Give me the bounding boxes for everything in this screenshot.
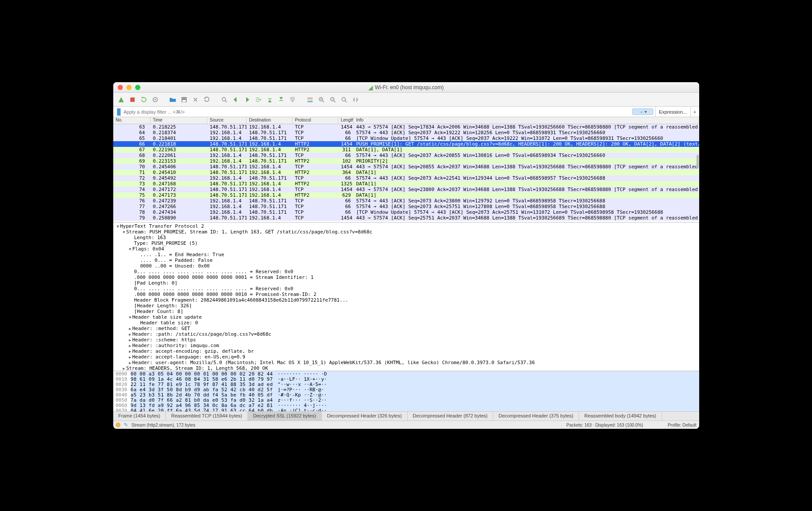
hex-row[interactable]: 00507a da d0 7f 66 a2 81 b0 da e0 53 fa …: [113, 397, 699, 403]
packet-row[interactable]: 740.247172148.70.51.171192.168.1.4TCP145…: [113, 187, 699, 192]
flag-end-headers[interactable]: .... .1.. = End Headers: True: [140, 252, 224, 257]
header-block-fragment[interactable]: Header Block Fragment: 2082449861091a4c4…: [134, 297, 348, 303]
close-capture-icon[interactable]: [190, 94, 201, 105]
col-destination[interactable]: Destination: [247, 117, 293, 124]
packet-row[interactable]: 690.223153192.168.1.4148.70.51.171HTTP21…: [113, 158, 699, 164]
header-path[interactable]: Header: :path: /static/css/page/blog.css…: [132, 331, 272, 337]
minimize-button[interactable]: [126, 85, 132, 90]
hex-row[interactable]: 002022 11 fe 77 81 e9 1c 78 9f 87 41 88 …: [113, 382, 699, 387]
scrollbar[interactable]: [697, 155, 699, 168]
byte-view-tab[interactable]: Decompressed Header (375 bytes): [493, 412, 579, 421]
bookmark-icon[interactable]: ▕▋: [113, 108, 122, 115]
goto-first-icon[interactable]: [265, 94, 275, 105]
packet-list[interactable]: 630.218225148.70.51.171192.168.1.4TCP145…: [113, 124, 699, 222]
open-icon[interactable]: [167, 94, 178, 105]
byte-view-tab[interactable]: Decompressed Header (872 bytes): [408, 412, 493, 421]
hex-row[interactable]: 007004 41 6e 20 ff 6a 43 5d 74 17 91 63 …: [113, 408, 699, 411]
packet-details[interactable]: ▼HyperText Transfer Protocol 2 ▼Stream: …: [113, 222, 699, 371]
stream-id-field[interactable]: .000 0000 0000 0000 0000 0000 0000 0001 …: [134, 275, 314, 280]
display-filter-input[interactable]: [122, 109, 633, 115]
go-forward-icon[interactable]: [242, 94, 252, 105]
col-length[interactable]: Length: [338, 117, 354, 124]
expert-info-icon[interactable]: [116, 423, 120, 427]
header-method[interactable]: Header: :method: GET: [132, 326, 190, 331]
find-icon[interactable]: [219, 94, 230, 105]
flags-node[interactable]: Flags: 0x04: [132, 246, 164, 252]
packet-row[interactable]: 720.245492192.168.1.4148.70.51.171TCP665…: [113, 175, 699, 181]
start-capture-icon[interactable]: [116, 94, 126, 105]
packet-row[interactable]: 700.245406148.70.51.171192.168.1.4TCP145…: [113, 164, 699, 170]
packet-row[interactable]: 770.247266192.168.1.4148.70.51.171TCP665…: [113, 204, 699, 209]
packet-row[interactable]: 780.247434192.168.1.4148.70.51.171TCP66[…: [113, 209, 699, 215]
hex-row[interactable]: 00306a e4 3d 3f 50 8d b9 d9 ab fa 52 42 …: [113, 387, 699, 392]
stream-headers-node[interactable]: Stream: HEADERS, Stream ID: 1, Length 56…: [126, 365, 268, 371]
stop-capture-icon[interactable]: [127, 94, 138, 105]
expression-button[interactable]: Expression...: [655, 107, 690, 117]
col-time[interactable]: Time: [150, 117, 207, 124]
zoom-out-icon[interactable]: [328, 94, 338, 105]
zoom-in-icon[interactable]: [316, 94, 327, 105]
byte-view-tab[interactable]: Reassembled TCP (15944 bytes): [166, 412, 247, 421]
byte-view-tab[interactable]: Reassembled body (14942 bytes): [579, 412, 662, 421]
colorize-icon[interactable]: [305, 94, 315, 105]
goto-packet-icon[interactable]: [253, 94, 264, 105]
save-icon[interactable]: [179, 94, 189, 105]
zoom-button[interactable]: [135, 85, 140, 90]
wiki-icon[interactable]: ✎: [124, 422, 128, 428]
header-table-size[interactable]: Header table size: 0: [140, 320, 198, 326]
packet-row[interactable]: 760.247239192.168.1.4148.70.51.171TCP665…: [113, 198, 699, 204]
resize-columns-icon[interactable]: [350, 94, 361, 105]
col-protocol[interactable]: Protocol: [293, 117, 338, 124]
packet-bytes[interactable]: 000000 00 a3 05 04 00 00 00 01 00 00 00 …: [113, 371, 699, 411]
length-field[interactable]: Length: 163: [134, 235, 166, 240]
header-user-agent[interactable]: Header: user-agent: Mozilla/5.0 (Macinto…: [132, 360, 535, 365]
reserved-field[interactable]: 0... .... .... .... .... .... .... .... …: [134, 269, 293, 275]
packet-row[interactable]: 790.250890148.70.51.171192.168.1.4TCP145…: [113, 215, 699, 221]
header-table-update[interactable]: Header table size update: [132, 314, 202, 320]
header-accept-language[interactable]: Header: accept-language: en-US,en;q=0.9: [132, 354, 245, 360]
packet-row[interactable]: ⇥660.221818148.70.51.171192.168.1.4HTTP2…: [113, 141, 699, 147]
header-length[interactable]: [Header Length: 326]: [134, 303, 192, 309]
options-icon[interactable]: [150, 94, 160, 105]
packet-row[interactable]: 630.218225148.70.51.171192.168.1.4TCP145…: [113, 124, 699, 130]
header-accept-encoding[interactable]: Header: accept-encoding: gzip, deflate, …: [132, 348, 254, 354]
zoom-reset-icon[interactable]: [339, 94, 349, 105]
close-button[interactable]: [118, 85, 123, 90]
reload-icon[interactable]: [202, 94, 212, 105]
hex-row[interactable]: 0040a5 23 b3 51 8b 2d 4b 70 dd f4 5a be …: [113, 392, 699, 397]
packet-row[interactable]: 710.245410148.70.51.171192.168.1.4HTTP23…: [113, 170, 699, 175]
goto-last-icon[interactable]: [276, 94, 286, 105]
header-scheme[interactable]: Header: :scheme: https: [132, 337, 196, 343]
byte-view-tab[interactable]: Decompressed Header (326 bytes): [322, 412, 408, 421]
stream-node[interactable]: Stream: PUSH_PROMISE, Stream ID: 1, Leng…: [126, 229, 373, 235]
pad-length-field[interactable]: [Pad Length: 0]: [134, 280, 178, 286]
restart-capture-icon[interactable]: [139, 94, 149, 105]
type-field[interactable]: Type: PUSH_PROMISE (5): [134, 240, 198, 246]
col-source[interactable]: Source: [207, 117, 247, 124]
header-authority[interactable]: Header: :authority: imququ.com: [132, 343, 220, 348]
byte-view-tab[interactable]: Frame (1454 bytes): [113, 412, 166, 421]
autoscroll-icon[interactable]: [287, 94, 298, 105]
hex-row[interactable]: 001098 61 09 1a 4c 46 08 84 31 58 e6 2b …: [113, 376, 699, 382]
packet-row[interactable]: 750.247173148.70.51.171192.168.1.4HTTP26…: [113, 192, 699, 198]
hex-row[interactable]: 00609d 13 fd a9 92 a4 96 85 34 0c 8a 6a …: [113, 403, 699, 408]
flag-padded[interactable]: .... 0... = Padded: False: [140, 257, 213, 263]
add-filter-button[interactable]: +: [690, 107, 699, 117]
col-no[interactable]: No.: [113, 117, 150, 124]
header-count[interactable]: [Header Count: 8]: [134, 309, 184, 314]
hex-row[interactable]: 000000 00 a3 05 04 00 00 00 01 00 00 00 …: [113, 371, 699, 376]
packet-row[interactable]: 640.218374192.168.1.4148.70.51.171TCP665…: [113, 130, 699, 136]
packet-row[interactable]: 680.222061192.168.1.4148.70.51.171TCP665…: [113, 153, 699, 158]
flag-unused[interactable]: 0000 ..00 = Unused: 0x00: [140, 263, 210, 269]
proto-root[interactable]: HyperText Transfer Protocol 2: [120, 223, 204, 229]
apply-filter-button[interactable]: → ▾: [632, 108, 653, 115]
packet-row[interactable]: 650.218401192.168.1.4148.70.51.171TCP66[…: [113, 136, 699, 141]
packet-row[interactable]: 730.247168148.70.51.171192.168.1.4HTTP21…: [113, 181, 699, 187]
packet-row[interactable]: 670.221963148.70.51.171192.168.1.4HTTP23…: [113, 147, 699, 153]
col-info[interactable]: Info: [354, 117, 699, 124]
byte-view-tab[interactable]: Decrypted SSL (15922 bytes): [248, 412, 322, 421]
status-profile[interactable]: Profile: Default: [668, 423, 697, 428]
go-back-icon[interactable]: [230, 94, 241, 105]
reserved2-field[interactable]: 0... .... .... .... .... .... .... .... …: [134, 286, 293, 292]
promised-stream-id[interactable]: .000 0000 0000 0000 0000 0000 0000 0010 …: [134, 292, 317, 297]
